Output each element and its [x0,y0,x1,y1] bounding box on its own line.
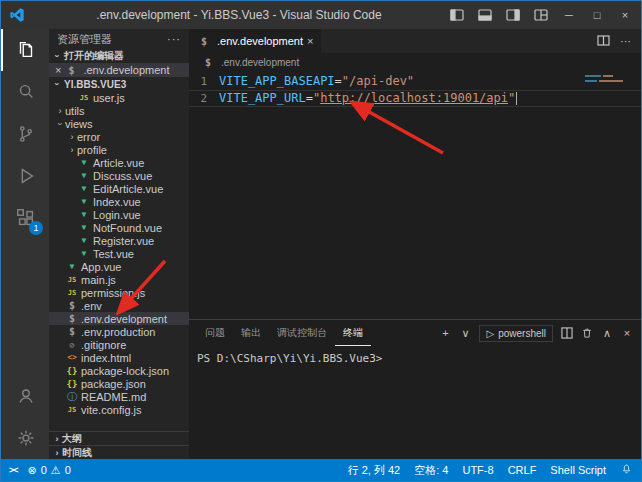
panel-tab-终端[interactable]: 终端 [335,320,371,346]
toggle-sidebar-icon[interactable] [445,4,469,26]
outline-label: 大纲 [62,432,82,446]
editor-tab-bar: $ .env.development × ··· [189,29,641,53]
tree-file-.env.production[interactable]: $.env.production [49,325,189,338]
tree-file-Discuss.vue[interactable]: ▼Discuss.vue [49,169,189,182]
chevron-right-icon: › [55,106,65,116]
tree-file-EditArticle.vue[interactable]: ▼EditArticle.vue [49,182,189,195]
explorer-icon[interactable] [1,29,49,71]
tree-file-Article.vue[interactable]: ▼Article.vue [49,156,189,169]
open-editors-header[interactable]: › 打开的编辑器 [49,49,189,63]
tree-file-Register.vue[interactable]: ▼Register.vue [49,234,189,247]
tree-file-.gitignore[interactable]: ⊘.gitignore [49,338,189,351]
tree-file-permission.js[interactable]: JSpermission.js [49,286,189,299]
tree-file-package-lock.json[interactable]: {}package-lock.json [49,364,189,377]
tree-file-vite.config.js[interactable]: JSvite.config.js [49,403,189,416]
file-name: EditArticle.vue [93,183,163,195]
more-actions-icon[interactable]: ··· [620,35,631,47]
tree-folder-views[interactable]: ›views [49,117,189,130]
error-icon: ⊗ [28,464,37,477]
remote-indicator-icon[interactable]: >< [9,465,18,475]
vue-file-icon: ▼ [77,158,91,167]
terminal-output[interactable]: PS D:\CSharp\Yi\Yi.BBS.Vue3> [189,346,641,459]
language-mode[interactable]: Shell Script [550,464,606,476]
env-file-icon: $ [201,57,215,68]
notifications-bell-icon[interactable] [620,463,633,478]
file-name: Article.vue [93,157,144,169]
file-name: vite.config.js [81,404,142,416]
more-actions-icon[interactable]: ··· [167,33,181,45]
panel-tab-问题[interactable]: 问题 [197,320,233,346]
maximize-icon[interactable]: □ [585,4,609,26]
breadcrumb[interactable]: $ .env.development [189,53,641,71]
vue-file-icon: ▼ [77,249,91,258]
tree-file-Test.vue[interactable]: ▼Test.vue [49,247,189,260]
customize-layout-icon[interactable] [529,4,553,26]
warning-count: 0 [65,464,71,476]
extensions-icon[interactable]: 1 [1,197,49,239]
close-window-icon[interactable]: × [613,4,637,26]
status-bar: >< ⊗ 0 ⚠ 0 行 2, 列 42 空格: 4 UTF-8 CRLF Sh… [1,459,641,481]
code-line-1[interactable]: 1VITE_APP_BASEAPI="/api-dev" [189,73,641,90]
file-name: package.json [81,378,146,390]
vue-file-icon: ▼ [77,236,91,245]
close-icon[interactable]: × [55,65,61,76]
code-line-2[interactable]: 2VITE_APP_URL="http://localhost:19001/ap… [189,90,641,107]
encoding[interactable]: UTF-8 [462,464,493,476]
close-tab-icon[interactable]: × [307,36,313,47]
close-panel-icon[interactable]: × [621,327,633,339]
cursor-position[interactable]: 行 2, 列 42 [348,463,401,478]
eol-sequence[interactable]: CRLF [508,464,537,476]
tree-file-.env.development[interactable]: $.env.development [49,312,189,325]
tree-file-user.js[interactable]: JSuser.js [49,91,189,104]
tree-folder-profile[interactable]: ›profile [49,143,189,156]
vue-file-icon: ▼ [77,171,91,180]
terminal-profile-select[interactable]: ▷ powershell [479,325,553,342]
tree-file-README.md[interactable]: ⓘREADME.md [49,390,189,403]
vue-file-icon: ▼ [77,197,91,206]
tree-file-App.vue[interactable]: ▼App.vue [49,260,189,273]
trash-icon[interactable] [581,327,593,339]
new-terminal-icon[interactable]: + [439,327,451,339]
search-icon[interactable] [1,71,49,113]
maximize-panel-icon[interactable]: ∧ [601,327,613,340]
js-file-icon: JS [77,94,91,102]
code-editor[interactable]: 1VITE_APP_BASEAPI="/api-dev"2VITE_APP_UR… [189,71,641,319]
minimize-icon[interactable]: ─ [557,4,581,26]
tree-file-Index.vue[interactable]: ▼Index.vue [49,195,189,208]
panel-actions: + ∨ ▷ powershell ∧ × [439,325,633,342]
minimap[interactable] [585,75,629,85]
toggle-secondary-sidebar-icon[interactable] [501,4,525,26]
tree-folder-error[interactable]: ›error [49,130,189,143]
tree-file-index.html[interactable]: <>index.html [49,351,189,364]
panel-tab-输出[interactable]: 输出 [233,320,269,346]
panel-tabs: 问题输出调试控制台终端 [197,320,371,346]
tree-file-.env[interactable]: $.env [49,299,189,312]
file-name: NotFound.vue [93,222,162,234]
settings-gear-icon[interactable] [1,417,49,459]
tree-file-package.json[interactable]: {}package.json [49,377,189,390]
project-root-header[interactable]: › YI.BBS.VUE3 [49,77,189,91]
chevron-down-icon[interactable]: ∨ [459,327,471,340]
open-editor-item[interactable]: × $ .env.development [49,63,189,77]
sidebar-bottom-panes: › 大纲 › 时间线 [49,431,189,459]
file-name: Login.vue [93,209,141,221]
file-name: index.html [81,352,131,364]
tree-file-main.js[interactable]: JSmain.js [49,273,189,286]
indentation[interactable]: 空格: 4 [414,463,448,478]
timeline-section-header[interactable]: › 时间线 [49,445,189,459]
run-debug-icon[interactable] [1,155,49,197]
tree-file-Login.vue[interactable]: ▼Login.vue [49,208,189,221]
panel-tab-调试控制台[interactable]: 调试控制台 [269,320,335,346]
source-control-icon[interactable] [1,113,49,155]
toggle-panel-icon[interactable] [473,4,497,26]
tree-folder-utils[interactable]: ›utils [49,104,189,117]
split-editor-icon[interactable] [597,35,610,48]
split-terminal-icon[interactable] [561,327,573,339]
account-icon[interactable] [1,375,49,417]
sidebar-title-row: 资源管理器 ··· [49,29,189,49]
outline-section-header[interactable]: › 大纲 [49,431,189,445]
file-name: utils [65,105,85,117]
tree-file-NotFound.vue[interactable]: ▼NotFound.vue [49,221,189,234]
problems-status[interactable]: ⊗ 0 ⚠ 0 [28,464,71,477]
tab-env-development[interactable]: $ .env.development × [189,29,321,53]
